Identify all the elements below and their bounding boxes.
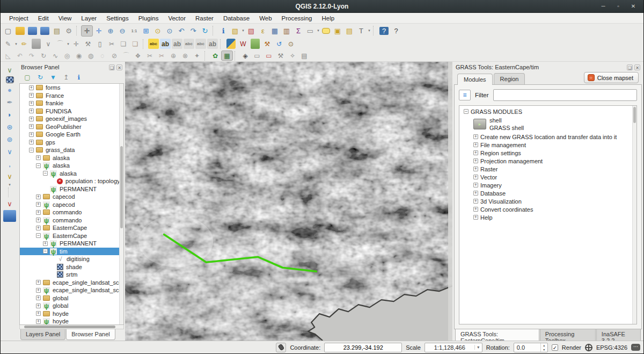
collapse-icon[interactable]: − <box>36 233 41 238</box>
simplify-feature-icon[interactable]: ∿ <box>49 50 61 61</box>
tree-item-hoyde[interactable]: +hoyde <box>20 310 123 318</box>
collapse-icon[interactable]: − <box>36 163 41 168</box>
grass-tools-search-icon[interactable]: ⊙ <box>285 39 297 49</box>
reshape-features-icon[interactable]: ❖ <box>132 50 144 61</box>
add-wms-layer-icon[interactable]: ⊛ <box>3 121 16 133</box>
merge-attributes-icon[interactable]: ⊗ <box>179 50 191 61</box>
tree-item-gps[interactable]: +gps <box>20 139 123 147</box>
menu-item-view[interactable]: View <box>54 14 76 23</box>
expand-icon[interactable]: + <box>473 142 478 147</box>
module-item-3d-visualization[interactable]: +3d Visualization <box>459 197 636 205</box>
identify-features-icon[interactable]: ℹ <box>217 25 229 37</box>
zoom-to-layer-icon[interactable]: ⊙ <box>164 25 175 37</box>
module-item-region-settings[interactable]: +Region settings <box>459 149 636 157</box>
close-mapset-button[interactable]: ○ Close mapset <box>584 72 639 83</box>
tab-modules[interactable]: Modules <box>457 74 493 85</box>
menu-item-processing[interactable]: Processing <box>277 14 317 23</box>
new-bookmark-icon[interactable]: ▣ <box>332 25 343 37</box>
tree-item-geoexif-images[interactable]: +geoexif_images <box>20 115 123 123</box>
rotate-point-symbols-icon[interactable]: ✦ <box>191 50 203 61</box>
copy-features-icon[interactable]: ❏ <box>118 39 129 49</box>
current-edits-icon[interactable]: ✎ <box>2 39 14 49</box>
float-panel-icon[interactable]: ❏ <box>627 64 633 70</box>
expand-icon[interactable]: + <box>36 295 41 300</box>
cut-features-icon[interactable]: ✂ <box>106 39 118 49</box>
mouse-position-toggle[interactable] <box>276 343 286 352</box>
tree-item-permanent[interactable]: +ψPERMANENT <box>20 240 123 248</box>
grass-new-vector-icon[interactable]: ∨ <box>3 198 16 209</box>
expand-icon[interactable]: + <box>43 241 48 246</box>
module-item-imagery[interactable]: +Imagery <box>459 181 636 189</box>
module-item-file-management[interactable]: +File management <box>459 141 636 149</box>
labeling-options-icon[interactable]: ab <box>160 39 171 49</box>
collapse-icon[interactable]: − <box>29 148 34 153</box>
pan-map-icon[interactable]: ✛ <box>81 25 93 37</box>
merge-features-icon[interactable]: ⊕ <box>167 50 179 61</box>
rotation-spinbox[interactable]: 0.0 ▴▾ <box>514 343 548 352</box>
expand-icon[interactable]: + <box>473 199 478 204</box>
expand-icon[interactable]: + <box>36 319 41 324</box>
tree-item-digitising[interactable]: √digitising <box>20 255 123 263</box>
select-by-expression-icon[interactable]: ε <box>257 25 269 37</box>
dock-tab-layers-panel[interactable]: Layers Panel <box>20 329 65 340</box>
collapse-icon[interactable]: − <box>464 109 469 114</box>
module-item-convert-coordinates[interactable]: +Convert coordinates <box>459 205 636 213</box>
zoom-to-selection-icon[interactable]: ⊙ <box>152 25 164 37</box>
expand-icon[interactable]: + <box>36 218 41 222</box>
add-postgis-layer-icon[interactable]: ● <box>3 84 16 96</box>
tree-item-frankie[interactable]: +frankie <box>20 99 123 107</box>
expand-icon[interactable]: + <box>29 85 34 90</box>
expand-icon[interactable]: + <box>473 134 478 139</box>
tree-item-global[interactable]: +global <box>20 294 123 302</box>
expand-icon[interactable]: + <box>473 215 478 220</box>
menu-item-edit[interactable]: Edit <box>34 14 53 23</box>
expand-icon[interactable]: + <box>36 304 41 308</box>
save-project-as-icon[interactable] <box>40 27 49 35</box>
grass-edit-icon[interactable] <box>3 210 16 222</box>
tree-item-forms[interactable]: +forms <box>20 84 123 92</box>
attribute-table-icon[interactable]: ▦ <box>269 25 281 37</box>
split-parts-icon[interactable]: ✂ <box>156 50 167 61</box>
expand-icon[interactable]: + <box>36 202 41 207</box>
module-item-shell[interactable]: ▸shellGRASS shell <box>459 115 636 133</box>
tree-item-capecod[interactable]: +ψcapecod <box>20 201 123 209</box>
tree-item-commando[interactable]: +commando <box>20 208 123 216</box>
expand-icon[interactable]: + <box>29 93 34 98</box>
module-list-view-icon[interactable]: ≡ <box>459 90 471 100</box>
module-item-create-new-grass-location-and-transfer-data-into-it[interactable]: +Create new GRASS location and transfer … <box>459 133 636 141</box>
expand-icon[interactable]: + <box>29 132 34 137</box>
module-item-projection-management[interactable]: +Projection management <box>459 157 636 165</box>
add-spatialite-layer-icon[interactable]: ✒ <box>3 96 16 108</box>
tree-item-population-topology-r[interactable]: ✕population : topology r <box>20 177 123 185</box>
rotate-feature-icon[interactable]: ↻ <box>38 50 49 61</box>
expand-icon[interactable]: + <box>29 140 34 145</box>
cad-tools-icon[interactable]: ◺ <box>2 50 14 61</box>
coordinate-field[interactable] <box>324 343 402 352</box>
expand-icon[interactable]: + <box>36 194 41 199</box>
zoom-next-icon[interactable]: ↷ <box>187 25 199 37</box>
text-annotation-icon[interactable]: T <box>355 25 367 37</box>
tree-item-permanent[interactable]: ψPERMANENT <box>20 185 123 193</box>
pin-labels-icon[interactable]: ab <box>172 39 182 49</box>
node-tool-dropdown-icon[interactable]: ▾ <box>66 42 70 46</box>
browser-hscrollbar[interactable] <box>19 325 124 329</box>
crs-status-icon[interactable] <box>585 344 592 351</box>
undo-icon[interactable]: ↶ <box>14 50 26 61</box>
module-item-raster[interactable]: +Raster <box>459 165 636 173</box>
map-canvas[interactable] <box>125 62 452 341</box>
zoom-last-icon[interactable]: ↶ <box>175 25 187 37</box>
expand-icon[interactable]: + <box>36 288 41 293</box>
collapse-icon[interactable]: − <box>43 171 48 176</box>
add-wcs-layer-icon[interactable]: ⊚ <box>3 133 16 145</box>
expand-icon[interactable]: + <box>473 183 478 187</box>
grass-region-icon[interactable]: ▦ <box>221 50 233 61</box>
deselect-features-icon[interactable]: ▧ <box>245 25 257 37</box>
tree-item-shade[interactable]: shade <box>20 263 123 271</box>
delete-selected-icon[interactable]: ▯ <box>94 39 106 49</box>
save-layer-edits-icon[interactable] <box>32 39 41 49</box>
inasafe-options-icon[interactable]: ⚒ <box>275 50 287 61</box>
tree-item-easterncape[interactable]: +EasternCape <box>20 224 123 232</box>
georeferencer-icon[interactable] <box>251 39 260 49</box>
menu-item-plugins[interactable]: Plugins <box>134 14 163 23</box>
select-features-icon[interactable]: ▧ <box>229 25 241 37</box>
